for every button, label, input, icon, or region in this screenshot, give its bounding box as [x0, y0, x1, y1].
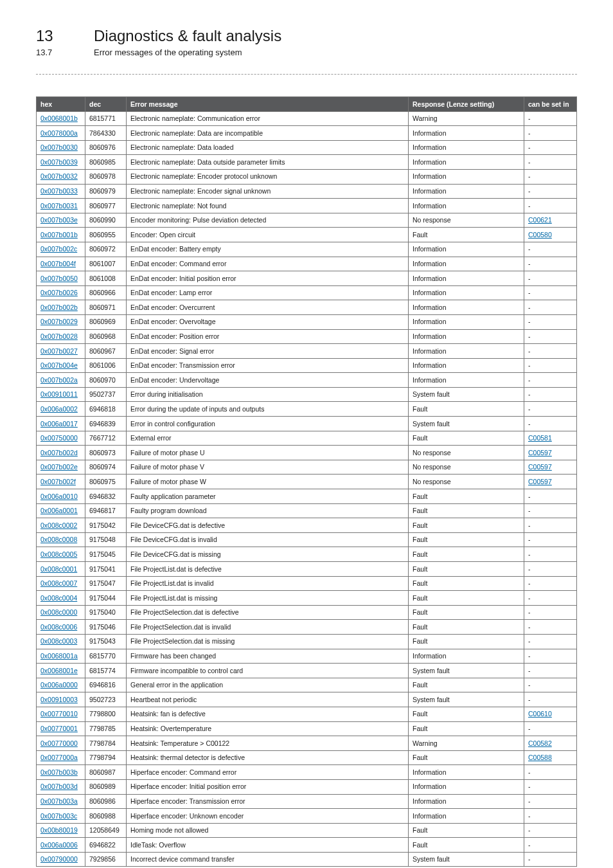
cell-error-message: Encoder monitoring: Pulse deviation dete… — [127, 213, 409, 228]
cell-can-be-set-in: - — [524, 199, 577, 213]
table-row: 0x007700107798800Heatsink: fan is defect… — [37, 707, 577, 721]
hex-link[interactable]: 0x007b003c — [40, 812, 77, 820]
hex-link[interactable]: 0x006a0006 — [40, 841, 78, 849]
hex-link[interactable]: 0x00770000 — [40, 739, 78, 747]
hex-link[interactable]: 0x00910003 — [40, 696, 78, 703]
hex-link[interactable]: 0x007b0027 — [40, 347, 78, 355]
hex-link[interactable]: 0x008c0006 — [40, 623, 77, 631]
hex-link[interactable]: 0x006a0001 — [40, 507, 78, 514]
hex-link[interactable]: 0x007b0050 — [40, 275, 78, 282]
cell-dec: 6946816 — [85, 678, 127, 692]
set-link[interactable]: C00597 — [528, 478, 552, 485]
set-link[interactable]: C00610 — [528, 710, 552, 718]
cell-hex: 0x007b0029 — [37, 314, 85, 329]
hex-link[interactable]: 0x007b003e — [40, 216, 78, 224]
hex-link[interactable]: 0x006a0010 — [40, 493, 78, 500]
hex-link[interactable]: 0x007b0026 — [40, 289, 78, 296]
hex-link[interactable]: 0x007b002a — [40, 376, 78, 384]
set-link[interactable]: C00580 — [528, 231, 552, 239]
cell-response: Fault — [409, 823, 524, 838]
set-link[interactable]: C00597 — [528, 449, 552, 457]
hex-link[interactable]: 0x007b002b — [40, 303, 78, 311]
cell-dec: 7667712 — [85, 431, 127, 446]
cell-error-message: Encoder: Open circuit — [127, 228, 409, 242]
hex-link[interactable]: 0x008c0004 — [40, 594, 77, 602]
cell-error-message: Failure of motor phase U — [127, 446, 409, 460]
hex-link[interactable]: 0x008c0001 — [40, 565, 77, 573]
cell-error-message: Firmware has been changed — [127, 649, 409, 664]
table-row: 0x007b003c8060988Hiperface encoder: Unkn… — [37, 809, 577, 824]
hex-link[interactable]: 0x007b0031 — [40, 202, 78, 210]
hex-link[interactable]: 0x0068001b — [40, 114, 78, 122]
cell-hex: 0x008c0002 — [37, 518, 85, 533]
hex-link[interactable]: 0x007b0039 — [40, 158, 78, 166]
hex-link[interactable]: 0x007b0032 — [40, 172, 78, 180]
hex-link[interactable]: 0x006a0000 — [40, 681, 78, 689]
cell-response: No response — [409, 460, 524, 475]
set-link[interactable]: C00581 — [528, 434, 552, 442]
set-link[interactable]: C00597 — [528, 463, 552, 471]
hex-link[interactable]: 0x007b001b — [40, 231, 78, 239]
hex-link[interactable]: 0x007b003a — [40, 797, 78, 805]
hex-link[interactable]: 0x008c0005 — [40, 550, 77, 558]
cell-error-message: Hiperface encoder: Unknown encoder — [127, 809, 409, 824]
cell-dec: 9175046 — [85, 620, 127, 635]
hex-link[interactable]: 0x007b002c — [40, 245, 77, 253]
hex-link[interactable]: 0x007b0030 — [40, 143, 78, 151]
cell-dec: 7798785 — [85, 721, 127, 736]
hex-link[interactable]: 0x007b002f — [40, 478, 76, 485]
hex-link[interactable]: 0x00910011 — [40, 390, 78, 398]
hex-link[interactable]: 0x008c0002 — [40, 521, 77, 529]
cell-error-message: Electronic nameplate: Data outside param… — [127, 155, 409, 170]
hex-link[interactable]: 0x0077000a — [40, 754, 78, 761]
set-link[interactable]: C00582 — [528, 739, 552, 747]
hex-link[interactable]: 0x006a0017 — [40, 420, 78, 428]
cell-error-message: EnDat encoder: Command error — [127, 257, 409, 271]
cell-hex: 0x008c0008 — [37, 532, 85, 547]
hex-link[interactable]: 0x008c0008 — [40, 536, 77, 543]
cell-can-be-set-in: - — [524, 111, 577, 126]
hex-link[interactable]: 0x0068001a — [40, 652, 78, 660]
hex-link[interactable]: 0x007b0028 — [40, 332, 78, 340]
set-link[interactable]: C00588 — [528, 754, 552, 761]
hex-link[interactable]: 0x00770001 — [40, 725, 78, 732]
set-link[interactable]: C00621 — [528, 216, 552, 224]
hex-link[interactable]: 0x008c0003 — [40, 637, 77, 645]
cell-can-be-set-in: - — [524, 562, 577, 577]
cell-can-be-set-in: - — [524, 518, 577, 533]
hex-link[interactable]: 0x008c0000 — [40, 608, 77, 616]
hex-link[interactable]: 0x007b004f — [40, 260, 76, 267]
cell-error-message: General error in the application — [127, 678, 409, 692]
cell-dec: 8060987 — [85, 765, 127, 780]
hex-link[interactable]: 0x00b80019 — [40, 826, 78, 834]
cell-dec: 6946818 — [85, 402, 127, 417]
table-head: hex dec Error message Response (Lenze se… — [37, 97, 577, 112]
table-row: 0x007b00398060985Electronic nameplate: D… — [37, 155, 577, 170]
hex-link[interactable]: 0x00750000 — [40, 434, 78, 442]
cell-can-be-set-in: C00610 — [524, 707, 577, 721]
hex-link[interactable]: 0x007b002d — [40, 449, 78, 457]
hex-link[interactable]: 0x00790000 — [40, 855, 78, 863]
cell-error-message: Failure of motor phase W — [127, 475, 409, 489]
hex-link[interactable]: 0x0068001e — [40, 667, 78, 674]
cell-hex: 0x007b003e — [37, 213, 85, 228]
hex-link[interactable]: 0x007b0029 — [40, 318, 78, 325]
hex-link[interactable]: 0x0078000a — [40, 129, 78, 137]
table-row: 0x008c00059175045File DeviceCFG.dat is m… — [37, 547, 577, 562]
table-row: 0x007b003d8060989Hiperface encoder: Init… — [37, 779, 577, 794]
cell-hex: 0x0078000a — [37, 126, 85, 141]
hex-link[interactable]: 0x007b002e — [40, 463, 78, 471]
hex-link[interactable]: 0x00770010 — [40, 710, 78, 718]
hex-link[interactable]: 0x008c0007 — [40, 579, 77, 587]
hex-link[interactable]: 0x007b004e — [40, 361, 78, 369]
hex-link[interactable]: 0x007b0033 — [40, 187, 78, 195]
cell-response: Fault — [409, 402, 524, 417]
hex-link[interactable]: 0x006a0002 — [40, 405, 78, 413]
table-row: 0x007b002c8060972EnDat encoder: Battery … — [37, 242, 577, 257]
cell-can-be-set-in: C00597 — [524, 460, 577, 475]
cell-error-message: Electronic nameplate: Data are incompati… — [127, 126, 409, 141]
hex-link[interactable]: 0x007b003b — [40, 768, 78, 776]
cell-error-message: EnDat encoder: Undervoltage — [127, 373, 409, 388]
cell-hex: 0x006a0002 — [37, 402, 85, 417]
hex-link[interactable]: 0x007b003d — [40, 782, 78, 790]
